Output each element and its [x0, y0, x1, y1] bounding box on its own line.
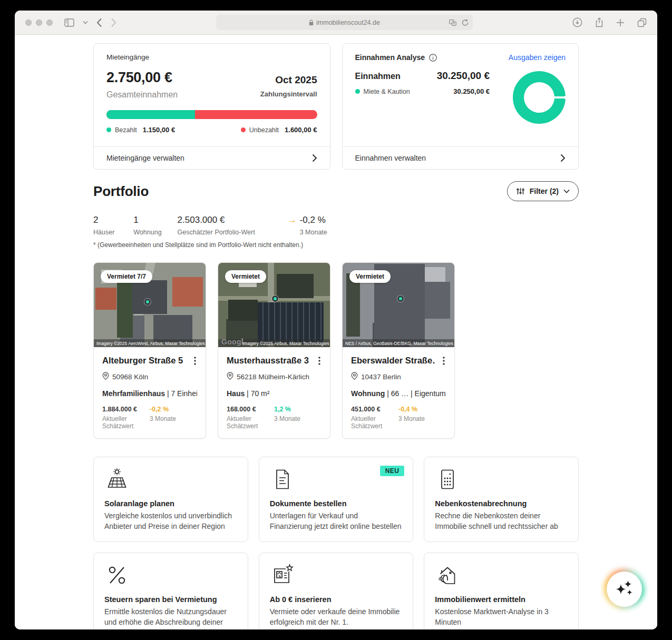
- promo-section: Solaranlage planen Vergleiche kostenlos …: [93, 457, 579, 629]
- forward-button[interactable]: [111, 18, 116, 27]
- income-card-title: Einnahmen Analyse: [355, 53, 425, 62]
- promo-card-solar[interactable]: Solaranlage planen Vergleiche kostenlos …: [93, 457, 248, 542]
- sidebar-chevron-down-icon[interactable]: [83, 21, 88, 24]
- map-attribution: NES / Airbus, GeoBasis-DE/BKG, Maxar Tec…: [343, 339, 454, 347]
- map-attribution: Imagery ©2025 Airbus, Maxar Technologies: [218, 339, 330, 347]
- income-row-label: Einnahmen: [355, 72, 401, 81]
- back-button[interactable]: [96, 18, 102, 27]
- location-pin-icon: [227, 372, 233, 381]
- address-bar[interactable]: immobilienscout24.de: [216, 15, 473, 30]
- sidebar-toggle-icon[interactable]: [64, 18, 74, 27]
- stat-label: 3 Monate: [300, 229, 327, 236]
- stat-value: 2: [93, 215, 114, 225]
- browser-window: immobilienscout24.de: [15, 11, 657, 629]
- rental-status-badge: Vermietet: [349, 270, 391, 283]
- property-type: Haus: [227, 389, 245, 398]
- satellite-map-image: Vermietet Googl Imagery ©2025 Airbus, Ma…: [218, 263, 330, 347]
- property-value: 451.000 €: [351, 406, 398, 413]
- rental-status-badge: Vermietet: [225, 270, 266, 283]
- translate-icon[interactable]: [449, 19, 456, 26]
- property-title: Musterhausstraße 3: [227, 356, 309, 366]
- promo-title: Nebenkostenabrechnung: [435, 499, 568, 508]
- percent-icon: [104, 563, 237, 589]
- satellite-map-image: Vermietet 7/7 Imagery ©2025 AeroWest, Ai…: [94, 263, 206, 347]
- property-card[interactable]: Vermietet Googl Imagery ©2025 Airbus, Ma…: [218, 262, 330, 439]
- promo-card-taxes[interactable]: Steuern sparen bei Vermietung Ermittle k…: [93, 553, 248, 629]
- manage-income-link[interactable]: Einnahmen verwalten: [343, 146, 579, 169]
- sparkles-icon: [615, 579, 634, 600]
- income-row-value: 30.250,00 €: [437, 70, 490, 82]
- rental-status-badge: Vermietet 7/7: [101, 270, 152, 283]
- property-type-detail: | 66 … | Eigentumswoh…: [385, 389, 446, 398]
- property-list: Vermietet 7/7 Imagery ©2025 AeroWest, Ai…: [93, 262, 579, 439]
- stat-value: -0,2 %: [300, 215, 327, 225]
- rent-progress-bar: [106, 110, 317, 119]
- rent-period-label: Zahlungsintervall: [260, 90, 317, 98]
- rent-income-card: Mieteingänge 2.750,00 € Oct 2025 Gesamte…: [93, 43, 330, 170]
- lock-icon: [309, 19, 314, 26]
- close-window-button[interactable]: [25, 19, 32, 26]
- property-value-label: Aktueller Schätzwert: [227, 415, 274, 430]
- unpaid-dot: [241, 127, 246, 132]
- property-change: -0,2 %: [150, 406, 197, 413]
- kebab-menu-icon[interactable]: [193, 356, 197, 366]
- share-icon[interactable]: [595, 17, 603, 27]
- paid-bar: [106, 110, 195, 119]
- stat-label: Geschätzter Portfolio-Wert: [178, 229, 255, 236]
- property-title: Alteburger Straße 5: [102, 356, 183, 366]
- property-location: 56218 Mülheim-Kärlich: [237, 373, 309, 381]
- income-legend-value: 30.250,00 €: [453, 87, 490, 95]
- chevron-down-icon: [563, 189, 570, 193]
- downloads-icon[interactable]: [572, 17, 582, 27]
- promo-description: Vergleiche kostenlos und unverbindlich A…: [104, 511, 237, 532]
- filter-button[interactable]: Filter (2): [507, 181, 579, 201]
- trend-flat-icon: →: [288, 215, 297, 225]
- show-expenses-link[interactable]: Ausgaben zeigen: [509, 53, 566, 62]
- map-attribution: Imagery ©2025 AeroWest, Airbus, Maxar Te…: [94, 339, 206, 347]
- tab-overview-icon[interactable]: [637, 18, 647, 27]
- stat-label: Wohnung: [133, 229, 161, 236]
- rent-card-title: Mieteingänge: [106, 53, 317, 61]
- promo-card-documents[interactable]: NEU Dokumente bestellen Unterlagen für V…: [259, 457, 414, 542]
- property-card[interactable]: Vermietet 7/7 Imagery ©2025 AeroWest, Ai…: [93, 262, 206, 439]
- stat-value: 2.503.000 €: [178, 215, 255, 225]
- new-tab-icon[interactable]: [616, 18, 625, 27]
- minimize-window-button[interactable]: [36, 19, 42, 26]
- property-value: 1.884.000 €: [102, 406, 150, 413]
- promo-card-listing[interactable]: Ab 0 € inserieren Vermiete oder verkaufe…: [259, 553, 414, 629]
- promo-card-valuation[interactable]: Immobilienwert ermitteln Kostenlose Mark…: [424, 553, 579, 629]
- promo-title: Steuern sparen bei Vermietung: [104, 595, 237, 604]
- calculator-icon: [435, 467, 568, 493]
- promo-card-utility-bill[interactable]: Nebenkostenabrechnung Rechne die Nebenko…: [424, 457, 579, 542]
- paid-dot: [106, 127, 111, 132]
- rent-total-value: 2.750,00 €: [106, 70, 172, 86]
- map-marker-icon: [144, 299, 151, 305]
- promo-title: Solaranlage planen: [104, 499, 237, 508]
- property-type: Mehrfamilienhaus: [102, 389, 165, 398]
- property-type-detail: | 70 m²: [245, 389, 269, 398]
- stat-value: 1: [133, 215, 161, 225]
- kebab-menu-icon[interactable]: [317, 356, 322, 366]
- property-change-label: 3 Monate: [274, 415, 322, 422]
- unpaid-value: 1.600,00 €: [285, 126, 317, 134]
- income-donut-chart: [513, 71, 566, 124]
- property-location: 50968 Köln: [112, 373, 148, 381]
- zoom-window-button[interactable]: [46, 19, 53, 26]
- promo-description: Vermiete oder verkaufe deine Immobilie e…: [270, 607, 403, 628]
- info-icon[interactable]: [429, 54, 437, 62]
- kebab-menu-icon[interactable]: [442, 356, 446, 366]
- house-euro-icon: [435, 563, 568, 589]
- unpaid-label: Unbezahlt: [249, 126, 279, 134]
- chevron-right-icon: [312, 154, 317, 162]
- location-pin-icon: [351, 372, 358, 381]
- ai-assistant-button[interactable]: [607, 572, 642, 607]
- location-pin-icon: [102, 372, 109, 381]
- portfolio-stats: 2 Häuser 1 Wohnung 2.503.000 € Geschätzt…: [93, 215, 579, 236]
- property-change-label: 3 Monate: [150, 415, 197, 422]
- property-change: -0,4 %: [398, 406, 446, 413]
- stat-label: Häuser: [93, 229, 114, 236]
- reload-icon[interactable]: [462, 19, 469, 26]
- window-controls: [25, 19, 53, 26]
- manage-rent-income-link[interactable]: Mieteingänge verwalten: [94, 146, 330, 169]
- property-card[interactable]: Vermietet NES / Airbus, GeoBasis-DE/BKG,…: [342, 262, 455, 439]
